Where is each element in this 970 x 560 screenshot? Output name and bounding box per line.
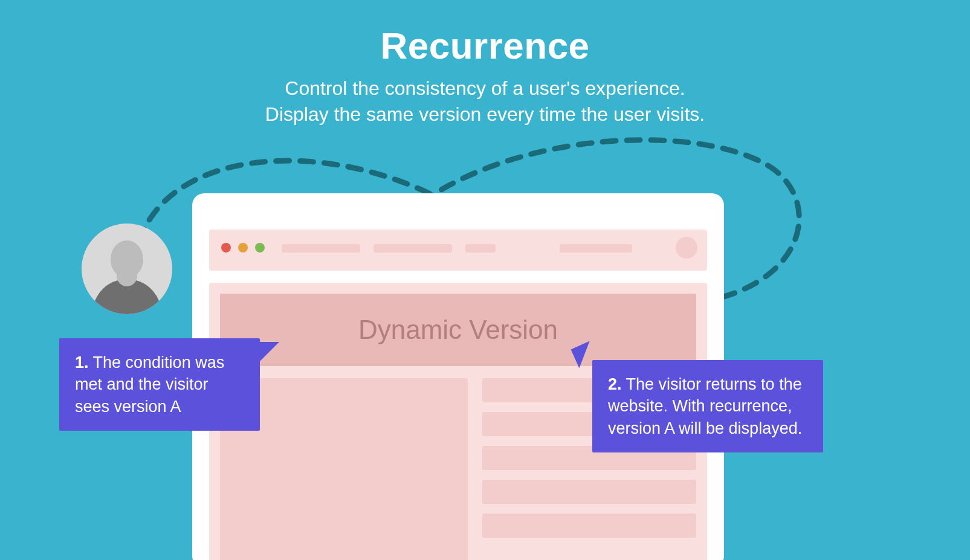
close-dot-icon xyxy=(221,243,231,253)
subtitle-line-1: Control the consistency of a user's expe… xyxy=(285,77,685,99)
chrome-avatar-placeholder xyxy=(676,237,697,259)
chrome-placeholder xyxy=(282,244,360,253)
page-subtitle: Control the consistency of a user's expe… xyxy=(0,76,970,127)
content-side-row xyxy=(482,513,696,538)
callout-step-1-number: 1. xyxy=(75,353,89,372)
callout-1-pointer-icon xyxy=(259,342,279,362)
chrome-placeholder xyxy=(373,244,452,253)
window-controls xyxy=(221,243,265,253)
callout-step-2-number: 2. xyxy=(608,375,622,393)
minimize-dot-icon xyxy=(238,243,248,253)
chrome-placeholder xyxy=(465,244,496,253)
user-avatar-icon xyxy=(82,224,172,314)
callout-step-2-text: The visitor returns to the website. With… xyxy=(608,375,802,437)
diagram-stage: Recurrence Control the consistency of a … xyxy=(0,0,970,560)
content-side-row xyxy=(482,480,696,504)
dynamic-version-banner: Dynamic Version xyxy=(220,294,696,366)
callout-step-1: 1. The condition was met and the visitor… xyxy=(59,338,260,431)
subtitle-line-2: Display the same version every time the … xyxy=(265,103,705,125)
callout-step-1-text: The condition was met and the visitor se… xyxy=(75,353,224,416)
chrome-placeholder xyxy=(560,244,632,253)
callout-step-2: 2. The visitor returns to the website. W… xyxy=(592,360,823,452)
maximize-dot-icon xyxy=(255,243,265,253)
page-title: Recurrence xyxy=(0,24,970,67)
